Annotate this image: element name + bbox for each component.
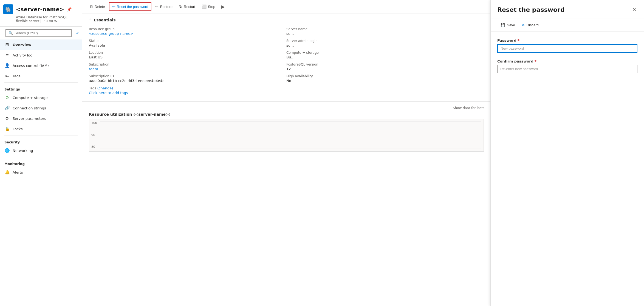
essentials-admin-login-label: Server admin login xyxy=(286,39,484,43)
tags-icon: 🏷 xyxy=(4,73,10,79)
content-area: ⌃ Essentials Resource group <resource-gr… xyxy=(82,13,490,306)
essentials-resource-group-label: Resource group xyxy=(89,27,286,31)
admin-login-value: su... xyxy=(286,43,484,47)
location-value: East US xyxy=(89,55,286,59)
discard-button[interactable]: ✕ Discard xyxy=(518,21,542,29)
essentials-location: Location East US xyxy=(89,50,286,61)
essentials-subscription: Subscription team xyxy=(89,61,286,73)
subscription-value[interactable]: team xyxy=(89,67,286,71)
sidebar-item-locks[interactable]: 🔒 Locks xyxy=(0,124,82,134)
sidebar-item-compute-storage[interactable]: ⊙ Compute + storage xyxy=(0,92,82,103)
pg-version-value: 12 xyxy=(286,67,484,71)
restart-button[interactable]: ↻ Restart xyxy=(176,3,198,10)
tags-add-link[interactable]: Click here to add tags xyxy=(89,91,286,95)
save-label: Save xyxy=(507,23,515,27)
sidebar-item-overview[interactable]: ⊞ Overview xyxy=(0,39,82,50)
sidebar-item-label: Locks xyxy=(13,127,22,131)
panel-toolbar: 💾 Save ✕ Discard xyxy=(491,18,644,32)
restore-icon: ↩ xyxy=(155,4,159,9)
password-label: Password * xyxy=(497,38,637,42)
resource-group-value[interactable]: <resource-group-name> xyxy=(89,32,286,36)
essentials-subscription-label: Subscription xyxy=(89,63,286,66)
collapse-button[interactable]: « xyxy=(75,30,80,36)
confirm-required-star: * xyxy=(535,59,536,63)
restore-label: Restore xyxy=(160,5,173,9)
chart-y-labels: 100 90 80 xyxy=(91,121,97,149)
confirm-password-form-group: Confirm password * xyxy=(497,59,637,73)
panel-body: Password * Confirm password * xyxy=(491,32,644,306)
activity-log-icon: ≡ xyxy=(4,52,10,58)
locks-icon: 🔒 xyxy=(4,126,10,132)
search-box[interactable]: 🔍 xyxy=(5,29,72,37)
essentials-title: Essentials xyxy=(94,18,116,22)
delete-icon: 🗑 xyxy=(89,4,93,9)
panel-header: Reset the password ✕ xyxy=(491,0,644,18)
confirm-password-input[interactable] xyxy=(497,65,637,73)
password-input[interactable] xyxy=(497,44,637,53)
confirm-password-label: Confirm password * xyxy=(497,59,637,63)
essentials-server-name-right: Server name su... xyxy=(286,26,484,38)
security-divider xyxy=(4,135,78,135)
delete-label: Delete xyxy=(95,5,105,9)
chart-label-80: 80 xyxy=(91,145,97,149)
essentials-ha: High availability No xyxy=(286,73,484,85)
essentials-admin-login: Server admin login su... xyxy=(286,38,484,50)
sidebar-item-access-control[interactable]: 👤 Access control (IAM) xyxy=(0,60,82,71)
monitoring-divider xyxy=(4,157,78,157)
sidebar-item-networking[interactable]: 🌐 Networking xyxy=(0,145,82,156)
show-data-row: Show data for last: xyxy=(89,106,484,110)
subscription-id-value: aaaa0a0a-bb1b-cc2c-dd3d-eeeeee4e4e4e xyxy=(89,79,286,83)
sidebar-item-tags[interactable]: 🏷 Tags xyxy=(0,71,82,81)
essentials-subscription-id: Subscription ID aaaa0a0a-bb1b-cc2c-dd3d-… xyxy=(89,73,286,85)
status-value: Available xyxy=(89,43,286,47)
sidebar-item-label: Compute + storage xyxy=(13,96,48,100)
server-icon: 🐘 xyxy=(3,4,13,14)
settings-divider xyxy=(4,82,78,83)
security-section-label: Security xyxy=(0,137,82,145)
access-control-icon: 👤 xyxy=(4,63,10,68)
essentials-pg-version: PostgreSQL version 12 xyxy=(286,61,484,73)
essentials-section: ⌃ Essentials Resource group <resource-gr… xyxy=(82,13,490,102)
restore-button[interactable]: ↩ Restore xyxy=(152,3,175,10)
sidebar-item-label: Activity log xyxy=(13,53,33,57)
essentials-compute-storage: Compute + storage Bu... xyxy=(286,50,484,61)
essentials-grid: Resource group <resource-group-name> Ser… xyxy=(89,26,484,97)
reset-password-button[interactable]: ✏ Reset the password xyxy=(109,2,152,11)
server-parameters-icon: ⚙ xyxy=(4,116,10,121)
panel-close-button[interactable]: ✕ xyxy=(631,5,637,14)
discard-label: Discard xyxy=(527,23,539,27)
sidebar-item-label: Alerts xyxy=(13,170,23,174)
save-icon: 💾 xyxy=(501,23,505,27)
sidebar-item-connection-strings[interactable]: 🔗 Connection strings xyxy=(0,103,82,113)
save-button[interactable]: 💾 Save xyxy=(497,21,518,29)
search-input[interactable] xyxy=(15,31,69,35)
essentials-compute-storage-label: Compute + storage xyxy=(286,51,484,55)
more-button[interactable]: ▶ xyxy=(219,2,227,11)
stop-button[interactable]: ⬜ Stop xyxy=(199,3,218,10)
sidebar-item-alerts[interactable]: 🔔 Alerts xyxy=(0,167,82,177)
compute-storage-value: Bu... xyxy=(286,55,484,59)
essentials-location-label: Location xyxy=(89,51,286,55)
essentials-tags: Tags (change) Click here to add tags xyxy=(89,85,286,97)
alerts-icon: 🔔 xyxy=(4,169,10,175)
sidebar-item-server-parameters[interactable]: ⚙ Server parameters xyxy=(0,113,82,124)
networking-icon: 🌐 xyxy=(4,148,10,153)
show-data-label: Show data for last: xyxy=(453,106,484,110)
tags-change-link[interactable]: (change) xyxy=(97,86,113,90)
sidebar: 🐘 <server-name> 📌 Azure Database for Pos… xyxy=(0,0,82,306)
password-form-group: Password * xyxy=(497,38,637,53)
search-icon: 🔍 xyxy=(9,31,13,35)
main-content: 🗑 Delete ✏ Reset the password ↩ Restore … xyxy=(82,0,490,306)
chart-label-90: 90 xyxy=(91,133,97,137)
delete-button[interactable]: 🗑 Delete xyxy=(87,3,108,10)
sidebar-item-label: Access control (IAM) xyxy=(13,64,49,68)
sidebar-item-activity-log[interactable]: ≡ Activity log xyxy=(0,50,82,60)
pin-icon[interactable]: 📌 xyxy=(67,7,72,12)
essentials-pg-version-label: PostgreSQL version xyxy=(286,63,484,66)
toolbar: 🗑 Delete ✏ Reset the password ↩ Restore … xyxy=(82,0,490,13)
chart-lines xyxy=(100,121,481,149)
chart-area: 100 90 80 xyxy=(89,119,484,152)
sidebar-item-label: Server parameters xyxy=(13,117,46,121)
monitoring-section-label: Monitoring xyxy=(0,158,82,167)
discard-icon: ✕ xyxy=(522,23,525,27)
